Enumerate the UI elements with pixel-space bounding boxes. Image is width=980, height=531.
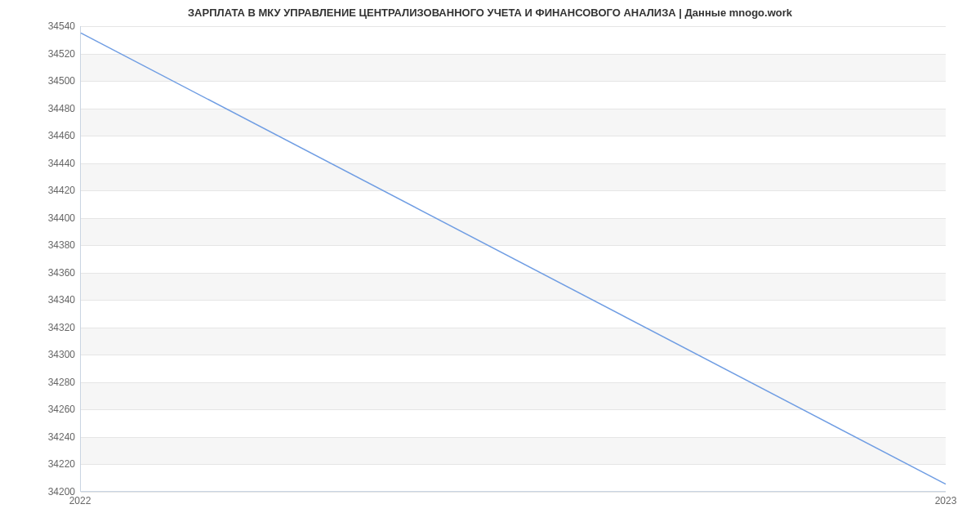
y-tick-label: 34280: [26, 377, 75, 388]
y-tick-label: 34220: [26, 458, 75, 470]
y-tick-label: 34480: [26, 103, 75, 114]
chart-container: ЗАРПЛАТА В МКУ УПРАВЛЕНИЕ ЦЕНТРАЛИЗОВАНН…: [0, 0, 980, 531]
y-tick-label: 34460: [26, 130, 75, 141]
y-tick-label: 34240: [26, 431, 75, 443]
y-tick-label: 34520: [26, 48, 75, 60]
y-tick-label: 34200: [26, 486, 75, 498]
y-tick-label: 34300: [26, 349, 75, 360]
y-tick-label: 34400: [26, 212, 75, 224]
y-tick-label: 34360: [26, 267, 75, 279]
plot-area: [80, 26, 946, 492]
y-tick-label: 34500: [26, 75, 75, 87]
y-tick-label: 34440: [26, 158, 75, 169]
line-series: [81, 26, 946, 491]
series-line: [81, 33, 946, 484]
y-tick-label: 34320: [26, 322, 75, 333]
y-tick-label: 34540: [26, 20, 75, 32]
y-tick-label: 34260: [26, 404, 75, 415]
chart-title: ЗАРПЛАТА В МКУ УПРАВЛЕНИЕ ЦЕНТРАЛИЗОВАНН…: [0, 7, 980, 19]
y-tick-label: 34380: [26, 239, 75, 251]
y-tick-label: 34340: [26, 294, 75, 306]
x-tick-label: 2022: [69, 495, 91, 506]
x-tick-label: 2023: [935, 495, 957, 506]
y-gridline: [81, 492, 946, 493]
y-tick-label: 34420: [26, 185, 75, 196]
